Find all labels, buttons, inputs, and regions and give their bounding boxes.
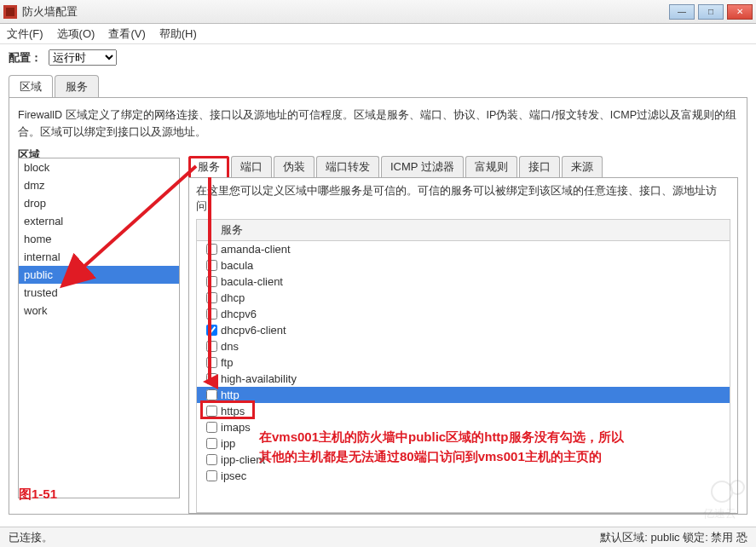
service-checkbox-ipp-client[interactable] xyxy=(206,454,217,465)
service-name: ipsec xyxy=(221,469,246,482)
title-bar: 防火墙配置 — □ ✕ xyxy=(0,0,756,24)
service-table: 服务 amanda-clientbaculabacula-clientdhcpd… xyxy=(196,219,730,513)
service-name: http xyxy=(221,389,239,401)
maximize-button[interactable]: □ xyxy=(698,4,724,20)
zone-item-home[interactable]: home xyxy=(19,230,179,248)
service-checkbox-imaps[interactable] xyxy=(206,422,217,433)
inner-tab-port-forward[interactable]: 端口转发 xyxy=(316,156,379,177)
zone-item-internal[interactable]: internal xyxy=(19,248,179,266)
service-checkbox-amanda-client[interactable] xyxy=(206,244,217,255)
service-checkbox-ftp[interactable] xyxy=(206,357,217,368)
inner-tab-sources[interactable]: 来源 xyxy=(562,156,603,177)
service-name: high-availability xyxy=(221,372,297,385)
service-name: dns xyxy=(221,340,239,353)
service-row-ipp-client[interactable]: ipp-client xyxy=(197,452,730,468)
service-name: bacula xyxy=(221,259,253,272)
service-name: dhcp xyxy=(221,291,245,304)
config-label: 配置： xyxy=(9,50,42,66)
inner-tab-interfaces[interactable]: 接口 xyxy=(519,156,560,177)
config-select[interactable]: 运行时 xyxy=(49,49,117,66)
service-row-dhcpv6-client[interactable]: dhcpv6-client xyxy=(197,322,730,338)
menu-file[interactable]: 文件(F) xyxy=(7,26,43,42)
config-row: 配置： 运行时 xyxy=(0,44,756,71)
service-table-body: amanda-clientbaculabacula-clientdhcpdhcp… xyxy=(197,241,730,484)
zone-item-public-label: public xyxy=(24,268,53,281)
close-button[interactable]: ✕ xyxy=(727,4,753,20)
service-checkbox-http[interactable] xyxy=(206,389,217,400)
tab-zone[interactable]: 区域 xyxy=(9,75,53,98)
service-checkbox-high-availability[interactable] xyxy=(206,373,217,384)
service-row-amanda-client[interactable]: amanda-client xyxy=(197,241,730,257)
service-name: ipp-client xyxy=(221,453,265,466)
service-row-ipp[interactable]: ipp xyxy=(197,435,730,452)
inner-tab-services[interactable]: 服务 xyxy=(188,156,229,177)
window-title: 防火墙配置 xyxy=(22,4,669,20)
service-row-ipsec[interactable]: ipsec xyxy=(197,468,730,484)
service-checkbox-dhcpv6-client[interactable] xyxy=(206,325,217,336)
service-row-dns[interactable]: dns xyxy=(197,338,730,354)
service-checkbox-bacula[interactable] xyxy=(206,260,217,271)
inner-tab-masquerade[interactable]: 伪装 xyxy=(274,156,315,177)
menu-bar: 文件(F) 选项(O) 查看(V) 帮助(H) xyxy=(0,24,756,44)
service-checkbox-ipp[interactable] xyxy=(206,438,217,449)
inner-tab-ports[interactable]: 端口 xyxy=(231,156,272,177)
service-row-dhcp[interactable]: dhcp xyxy=(197,290,730,306)
service-name: dhcpv6-client xyxy=(221,324,286,337)
menu-help[interactable]: 帮助(H) xyxy=(159,26,197,42)
service-name: https xyxy=(221,405,245,417)
zone-item-dmz[interactable]: dmz xyxy=(19,176,179,194)
right-pane: 服务 端口 伪装 端口转发 ICMP 过滤器 富规则 接口 来源 在这里您可以定… xyxy=(188,156,738,502)
inner-panel: 在这里您可以定义区域中哪些服务是可信的。可信的服务可以被绑定到该区域的任意连接、… xyxy=(188,177,738,514)
tab-service[interactable]: 服务 xyxy=(55,75,99,98)
status-bar: 已连接。 默认区域: public 锁定: 禁用 恐 xyxy=(0,527,756,547)
service-name: bacula-client xyxy=(221,275,283,288)
service-name: ftp xyxy=(221,356,233,369)
zone-list[interactable]: block dmz drop external home internal pu… xyxy=(18,158,180,498)
service-checkbox-dns[interactable] xyxy=(206,341,217,352)
zone-item-block[interactable]: block xyxy=(19,158,179,176)
service-name: imaps xyxy=(221,421,251,434)
service-row-ftp[interactable]: ftp xyxy=(197,354,730,371)
service-row-bacula[interactable]: bacula xyxy=(197,257,730,274)
status-right: 默认区域: public 锁定: 禁用 恐 xyxy=(600,530,747,545)
zone-item-trusted[interactable]: trusted xyxy=(19,284,179,302)
service-row-https[interactable]: https xyxy=(197,403,730,419)
service-row-imaps[interactable]: imaps xyxy=(197,419,730,435)
services-description: 在这里您可以定义区域中哪些服务是可信的。可信的服务可以被绑定到该区域的任意连接、… xyxy=(196,183,730,214)
service-name: dhcpv6 xyxy=(221,308,257,320)
app-icon xyxy=(3,5,17,19)
status-left: 已连接。 xyxy=(9,530,53,545)
figure-label: 图1-51 xyxy=(19,487,57,503)
inner-tab-icmp-filter[interactable]: ICMP 过滤器 xyxy=(381,156,464,177)
service-checkbox-ipsec[interactable] xyxy=(206,470,217,481)
zone-item-drop[interactable]: drop xyxy=(19,194,179,212)
service-row-bacula-client[interactable]: bacula-client xyxy=(197,274,730,290)
service-header-label: 服务 xyxy=(221,222,243,238)
zone-item-work[interactable]: work xyxy=(19,302,179,320)
service-row-high-availability[interactable]: high-availability xyxy=(197,371,730,387)
minimize-button[interactable]: — xyxy=(669,4,695,20)
zone-item-external[interactable]: external xyxy=(19,212,179,230)
service-row-http[interactable]: http xyxy=(197,387,730,403)
menu-options[interactable]: 选项(O) xyxy=(57,26,95,42)
service-row-dhcpv6[interactable]: dhcpv6 xyxy=(197,306,730,322)
service-checkbox-dhcp[interactable] xyxy=(206,292,217,303)
zone-description: FirewallD 区域定义了绑定的网络连接、接口以及源地址的可信程度。区域是服… xyxy=(18,107,738,141)
outer-panel: FirewallD 区域定义了绑定的网络连接、接口以及源地址的可信程度。区域是服… xyxy=(9,97,747,515)
menu-view[interactable]: 查看(V) xyxy=(108,26,145,42)
window-controls: — □ ✕ xyxy=(669,4,753,20)
service-name: amanda-client xyxy=(221,243,291,256)
service-checkbox-dhcpv6[interactable] xyxy=(206,308,217,320)
svg-rect-0 xyxy=(6,8,14,16)
service-checkbox-bacula-client[interactable] xyxy=(206,276,217,287)
service-name: ipp xyxy=(221,437,235,450)
zone-item-public[interactable]: public xyxy=(19,266,179,284)
service-table-header: 服务 xyxy=(197,220,730,241)
service-checkbox-https[interactable] xyxy=(206,406,217,417)
outer-tabs: 区域 服务 FirewallD 区域定义了绑定的网络连接、接口以及源地址的可信程… xyxy=(9,74,747,515)
inner-tab-rich-rules[interactable]: 富规则 xyxy=(465,156,517,177)
inner-tabs: 服务 端口 伪装 端口转发 ICMP 过滤器 富规则 接口 来源 xyxy=(188,156,738,177)
